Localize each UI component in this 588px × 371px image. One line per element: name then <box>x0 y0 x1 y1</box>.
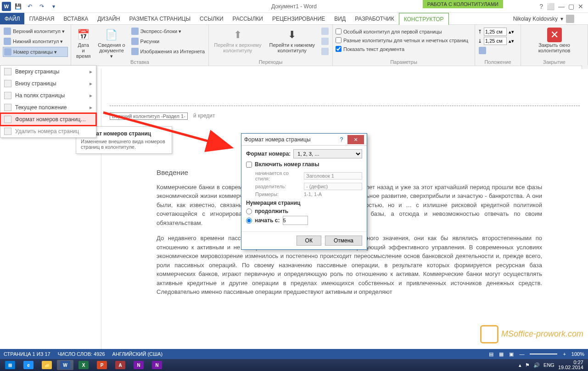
pictures-button[interactable]: Рисунки <box>130 37 206 46</box>
status-lang[interactable]: АНГЛИЙСКИЙ (США) <box>112 351 163 357</box>
tray-lang[interactable]: ENG <box>543 362 554 368</box>
online-pictures-button[interactable]: Изображения из Интернета <box>130 47 206 56</box>
tray-volume-icon[interactable]: 🔊 <box>533 362 540 368</box>
include-chapter-checkbox[interactable] <box>246 162 252 168</box>
page-number-format-dialog: Формат номера страницы ? × Формат номера… <box>241 133 367 250</box>
footer-dropdown[interactable]: Нижний колонтитул ▾ <box>3 37 68 46</box>
access-taskbar-icon[interactable]: A <box>112 360 129 370</box>
view-print-icon[interactable]: ▦ <box>499 351 504 357</box>
ribbon: Верхний колонтитул ▾ Нижний колонтитул ▾… <box>0 25 588 66</box>
close-header-footer-button[interactable]: ✕Закрыть окно колонтитулов <box>524 27 585 54</box>
nav-group-label: Переходы <box>209 59 332 65</box>
quick-parts-icon <box>131 28 139 35</box>
tab-references[interactable]: ССЫЛКИ <box>195 13 228 24</box>
view-web-icon[interactable]: ▣ <box>509 351 514 357</box>
dialog-help-icon[interactable]: ? <box>336 136 347 143</box>
tab-developer[interactable]: РАЗРАБОТЧИК <box>350 13 399 24</box>
prev-section-button <box>320 27 330 36</box>
ie-taskbar-icon[interactable]: e <box>20 360 37 370</box>
zoom-out-icon[interactable]: — <box>519 351 524 357</box>
header-section-tag: Верхний колонтитул -Раздел 1- <box>110 112 188 120</box>
word-app-icon: W <box>2 2 11 11</box>
avatar <box>566 15 574 23</box>
help-icon[interactable]: ? <box>539 3 543 10</box>
tab-layout[interactable]: РАЗМЕТКА СТРАНИЦЫ <box>125 13 196 24</box>
bottom-page-icon <box>4 80 11 87</box>
status-page[interactable]: СТРАНИЦА 1 ИЗ 17 <box>4 351 50 357</box>
footer-bottom-field[interactable] <box>484 37 507 45</box>
doc-info-button[interactable]: 📄Сведения о документе ▾ <box>95 27 127 60</box>
start-button[interactable]: ⊞ <box>2 360 18 370</box>
zoom-value[interactable]: 100% <box>571 351 584 357</box>
page-number-dropdown[interactable]: Номер страницы ▾ <box>3 47 68 57</box>
format-select[interactable]: 1, 2, 3, … <box>293 149 362 158</box>
header-boundary <box>110 106 580 106</box>
explorer-taskbar-icon[interactable]: 📁 <box>39 360 55 370</box>
current-pos-icon <box>4 104 11 111</box>
start-at-radio[interactable] <box>246 218 252 224</box>
tab-file[interactable]: ФАЙЛ <box>0 13 24 24</box>
tab-home[interactable]: ГЛАВНАЯ <box>24 13 59 24</box>
maximize-icon[interactable]: ▢ <box>568 3 574 10</box>
odd-even-checkbox[interactable] <box>336 37 342 43</box>
status-words[interactable]: ЧИСЛО СЛОВ: 4926 <box>58 351 105 357</box>
goto-footer-button[interactable]: ⬇Перейти к нижнему колонтитулу <box>267 27 318 54</box>
dialog-close-icon[interactable]: × <box>347 135 364 144</box>
tray-flag-icon[interactable]: ⚑ <box>525 362 530 368</box>
document-title: Документ1 - Word <box>271 3 317 10</box>
calendar-icon: 📅 <box>76 28 91 42</box>
menu-remove-page-numbers[interactable]: Удалить номера страниц <box>0 125 96 137</box>
save-icon[interactable]: 💾 <box>13 1 23 11</box>
format-label: Формат номера: <box>246 151 291 157</box>
user-info[interactable]: Nikolay Koldovsky ▾ <box>513 13 588 24</box>
menu-current-position[interactable]: Текущее положение▸ <box>0 101 96 113</box>
title-bar: W 💾 ↶ ↷ ▾ Документ1 - Word РАБОТА С КОЛО… <box>0 0 588 13</box>
onenote2-taskbar-icon[interactable]: N <box>149 360 165 370</box>
tray-date[interactable]: 19.02.2014 <box>558 365 583 370</box>
menu-format-page-numbers[interactable]: Формат номеров страниц… <box>0 113 96 125</box>
minimize-icon[interactable]: — <box>558 3 565 10</box>
ok-button[interactable]: ОК <box>297 236 321 246</box>
tooltip-body: Изменение внешнего вида номеров страниц … <box>81 139 167 150</box>
excel-taskbar-icon[interactable]: X <box>75 360 92 370</box>
menu-page-margins[interactable]: На полях страницы▸ <box>0 90 96 101</box>
date-time-button[interactable]: 📅Дата и время <box>74 27 93 60</box>
cancel-button[interactable]: Отмена <box>325 236 362 246</box>
tab-constructor[interactable]: КОНСТРУКТОР <box>399 13 449 25</box>
header-top-field[interactable] <box>484 28 507 36</box>
close-group-label: Закрытие <box>521 59 588 65</box>
ribbon-tabs: ФАЙЛ ГЛАВНАЯ ВСТАВКА ДИЗАЙН РАЗМЕТКА СТР… <box>0 13 588 25</box>
continue-radio[interactable] <box>246 208 252 214</box>
powerpoint-taskbar-icon[interactable]: P <box>94 360 110 370</box>
tab-design[interactable]: ДИЗАЙН <box>93 13 124 24</box>
header-dropdown[interactable]: Верхний колонтитул ▾ <box>3 27 68 36</box>
tab-insert[interactable]: ВСТАВКА <box>59 13 93 24</box>
ribbon-options-icon[interactable]: ⬜ <box>547 3 554 10</box>
zoom-in-icon[interactable]: + <box>563 351 566 357</box>
options-group-label: Параметры <box>333 59 475 65</box>
redo-icon[interactable]: ↷ <box>37 1 47 11</box>
goto-footer-icon: ⬇ <box>285 28 299 42</box>
menu-top-of-page[interactable]: Вверху страницы▸ <box>0 66 96 78</box>
tray-arrow-icon[interactable]: ▴ <box>519 362 521 368</box>
windows-taskbar: ⊞ e 📁 W X P A N N ▴ ⚑ 🔊 ENG 0:27 19.02.2… <box>0 359 588 371</box>
view-read-icon[interactable]: ▤ <box>489 351 493 357</box>
first-page-checkbox[interactable] <box>336 28 342 34</box>
word-taskbar-icon[interactable]: W <box>57 360 73 370</box>
qat-more-icon[interactable]: ▾ <box>49 1 59 11</box>
quick-parts-button[interactable]: Экспресс-блоки ▾ <box>130 27 206 36</box>
zoom-slider[interactable] <box>530 354 557 354</box>
onenote-taskbar-icon[interactable]: N <box>130 360 147 370</box>
tab-review[interactable]: РЕЦЕНЗИРОВАНИЕ <box>268 13 330 24</box>
tab-view[interactable]: ВИД <box>330 13 350 24</box>
menu-bottom-of-page[interactable]: Внизу страницы▸ <box>0 78 96 90</box>
tab-mailings[interactable]: РАССЫЛКИ <box>228 13 268 24</box>
format-icon <box>4 116 11 123</box>
footer-icon <box>4 38 11 45</box>
start-at-field[interactable] <box>283 216 308 225</box>
show-text-checkbox[interactable] <box>336 46 342 52</box>
align-tab-button[interactable] <box>478 46 518 55</box>
status-bar: СТРАНИЦА 1 ИЗ 17 ЧИСЛО СЛОВ: 4926 АНГЛИЙ… <box>0 349 588 359</box>
undo-icon[interactable]: ↶ <box>25 1 35 11</box>
close-icon[interactable]: ✕ <box>578 3 583 10</box>
